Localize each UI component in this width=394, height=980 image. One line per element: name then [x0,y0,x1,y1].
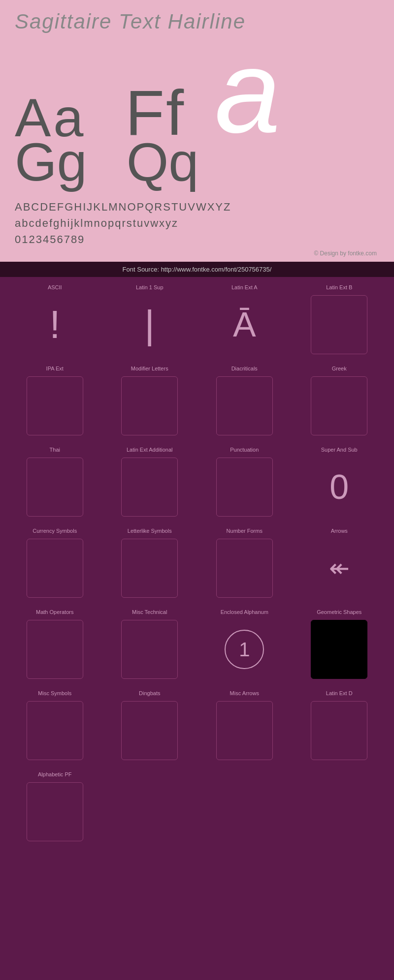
cell-diacriticals-box [216,376,273,435]
cell-latin-ext-a-content: Ā [216,295,273,354]
cell-alphabetic-pf-label: Alphabetic PF [38,771,71,779]
cell-thai: Thai [7,444,102,519]
grid-container: ASCII ! Latin 1 Sup | Latin Ext A Ā Lati… [0,277,394,861]
cell-currency-symbols-box [27,539,83,598]
superandsub-char: 0 [329,467,349,507]
cell-math-operators: Math Operators [7,607,102,681]
grid-row-3: Currency Symbols Letterlike Symbols Numb… [7,525,387,600]
cell-ascii-label: ASCII [48,284,62,292]
cell-letterlike-symbols-label: Letterlike Symbols [128,528,172,536]
font-title: Sagittaire Text Hairline [15,10,379,33]
cell-arrows-content: ↞ [311,539,367,598]
cell-dingbats-label: Dingbats [139,690,160,698]
cell-currency-symbols-label: Currency Symbols [33,528,77,536]
cell-latin-ext-b-label: Latin Ext B [326,284,352,292]
cell-thai-label: Thai [50,447,60,455]
cell-enclosed-alphanum: Enclosed Alphanum 1 [197,607,292,681]
cell-latin-ext-additional-box [121,458,178,517]
cell-empty-3 [292,769,387,844]
source-text: Font Source: http://www.fontke.com/font/… [123,266,272,273]
cell-misc-arrows: Misc Arrows [197,688,292,763]
cell-dingbats: Dingbats [102,688,197,763]
top-section: Sagittaire Text Hairline Aa Ff a Gg Qq A… [0,0,394,262]
numerals: 0123456789 [15,231,379,247]
cell-geometric-shapes: Geometric Shapes [292,607,387,681]
alphabet-section: ABCDEFGHIJKLMNOPQRSTUVWXYZ abcdefghijklm… [15,199,379,247]
cell-geometric-shapes-box [311,620,367,679]
cell-latin-ext-additional-label: Latin Ext Additional [127,447,173,455]
cell-latin-ext-d-label: Latin Ext D [326,690,353,698]
cell-geometric-shapes-label: Geometric Shapes [317,609,361,617]
cell-enclosed-alphanum-content: 1 [216,620,273,679]
cell-ipa-ext-label: IPA Ext [46,366,64,373]
cell-modifier-letters-label: Modifier Letters [131,366,168,373]
cell-ascii-content: ! [27,295,83,354]
cell-diacriticals: Diacriticals [197,363,292,438]
latin-ext-a-char: Ā [233,305,256,344]
source-bar: Font Source: http://www.fontke.com/font/… [0,262,394,277]
grid-row-1: IPA Ext Modifier Letters Diacriticals Gr… [7,363,387,438]
cell-letterlike-symbols-box [121,539,178,598]
cell-misc-symbols: Misc Symbols [7,688,102,763]
specimen-a-italic: a [215,38,280,145]
cell-letterlike-symbols: Letterlike Symbols [102,525,197,600]
cell-ascii: ASCII ! [7,282,102,357]
cell-latin-ext-additional: Latin Ext Additional [102,444,197,519]
cell-modifier-letters-box [121,376,178,435]
arrows-char: ↞ [329,554,350,582]
cell-latin-ext-d-box [311,701,367,760]
cell-misc-technical-box [121,620,178,679]
specimen-row2: Gg Qq [15,135,379,189]
specimen-qq: Qq [127,135,199,189]
cell-empty-2 [197,769,292,844]
alphabet-lower: abcdefghijklmnopqrstuvwxyz [15,215,379,231]
grid-row-4: Math Operators Misc Technical Enclosed A… [7,607,387,681]
cell-math-operators-label: Math Operators [36,609,73,617]
grid-row-5: Misc Symbols Dingbats Misc Arrows Latin … [7,688,387,763]
cell-super-and-sub: Super And Sub 0 [292,444,387,519]
cell-punctuation: Punctuation [197,444,292,519]
cell-misc-symbols-label: Misc Symbols [38,690,71,698]
cell-currency-symbols: Currency Symbols [7,525,102,600]
cell-empty-1 [102,769,197,844]
cell-greek-label: Greek [332,366,347,373]
cell-latin-ext-b: Latin Ext B [292,282,387,357]
cell-misc-technical: Misc Technical [102,607,197,681]
cell-latin-ext-a-label: Latin Ext A [231,284,258,292]
cell-math-operators-box [27,620,83,679]
cell-latin-ext-a: Latin Ext A Ā [197,282,292,357]
cell-punctuation-box [216,458,273,517]
cell-ipa-ext: IPA Ext [7,363,102,438]
cell-dingbats-box [121,701,178,760]
cell-latin-ext-d: Latin Ext D [292,688,387,763]
grid-row-0: ASCII ! Latin 1 Sup | Latin Ext A Ā Lati… [7,282,387,357]
cell-latin1sup-label: Latin 1 Sup [136,284,164,292]
cell-alphabetic-pf: Alphabetic PF [7,769,102,844]
dark-section: Font Source: http://www.fontke.com/font/… [0,262,394,861]
cell-latin1sup-content: | [121,295,178,354]
cell-enclosed-alphanum-label: Enclosed Alphanum [221,609,268,617]
cell-latin-ext-b-box [311,295,367,354]
latin1sup-char: | [144,302,155,347]
cell-misc-symbols-box [27,701,83,760]
cell-misc-arrows-box [216,701,273,760]
cell-number-forms: Number Forms [197,525,292,600]
cell-ipa-ext-box [27,376,83,435]
cell-punctuation-label: Punctuation [230,447,259,455]
cell-greek-box [311,376,367,435]
cell-diacriticals-label: Diacriticals [231,366,258,373]
cell-latin1sup: Latin 1 Sup | [102,282,197,357]
ascii-char: ! [49,302,60,347]
cell-misc-technical-label: Misc Technical [132,609,167,617]
cell-greek: Greek [292,363,387,438]
alphabet-upper: ABCDEFGHIJKLMNOPQRSTUVWXYZ [15,199,379,215]
copyright: © Design by fontke.com [15,250,379,257]
cell-alphabetic-pf-box [27,782,83,841]
cell-number-forms-box [216,539,273,598]
grid-row-2: Thai Latin Ext Additional Punctuation Su… [7,444,387,519]
cell-super-and-sub-content: 0 [311,458,367,517]
grid-row-6: Alphabetic PF [7,769,387,844]
cell-arrows: Arrows ↞ [292,525,387,600]
cell-thai-box [27,458,83,517]
specimen-gg: Gg [15,135,87,189]
